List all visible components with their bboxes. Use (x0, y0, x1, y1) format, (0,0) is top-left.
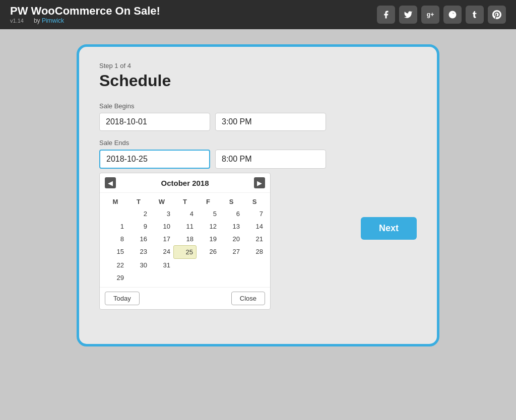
app-branding: PW WooCommerce On Sale! v1.14 by Pimwick (10, 5, 160, 24)
calendar-week-5: 22 30 31 (104, 259, 266, 271)
day-header-thu: T (173, 196, 197, 207)
day-header-fri: F (197, 196, 220, 207)
cal-empty-2 (197, 259, 220, 271)
step-label: Step 1 of 4 (99, 62, 417, 69)
sale-begins-label: Sale Begins (99, 102, 417, 110)
cal-day-12[interactable]: 12 (197, 220, 220, 233)
sale-begins-row (99, 113, 417, 131)
cal-day-31[interactable]: 31 (150, 259, 173, 271)
cal-day-27[interactable]: 27 (220, 245, 243, 259)
sale-begins-time-input[interactable] (215, 113, 326, 131)
day-header-wed: W (150, 196, 173, 207)
cal-day-1[interactable]: 1 (104, 220, 127, 233)
app-title: PW WooCommerce On Sale! (10, 5, 160, 17)
calendar-today-button[interactable]: Today (105, 292, 140, 305)
cal-empty-4 (243, 259, 266, 271)
cal-day-10[interactable]: 10 (150, 220, 173, 233)
sale-ends-time-input[interactable] (215, 150, 326, 169)
twitter-icon[interactable] (399, 6, 417, 24)
cal-empty-10 (243, 271, 266, 284)
sale-ends-date-input[interactable] (99, 150, 210, 169)
cal-day-5[interactable]: 5 (197, 207, 220, 220)
calendar-footer: Today Close (100, 287, 270, 309)
day-header-tue: T (127, 196, 150, 207)
page-title: Schedule (99, 72, 417, 90)
cal-day-2[interactable]: 2 (127, 207, 150, 220)
cal-day-26[interactable]: 26 (197, 245, 220, 259)
sale-ends-label: Sale Ends (99, 139, 417, 147)
cal-empty-7 (173, 271, 197, 284)
cal-day-29[interactable]: 29 (104, 271, 127, 284)
cal-day-28[interactable]: 28 (243, 245, 266, 259)
calendar-week-3: 8 16 17 18 19 20 21 (104, 233, 266, 245)
app-version: v1.14 (10, 18, 24, 24)
date-picker-calendar: ◀ October 2018 ▶ M T W T F S S (99, 173, 271, 310)
cal-empty-8 (197, 271, 220, 284)
cal-empty-3 (220, 259, 243, 271)
cal-day-19[interactable]: 19 (197, 233, 220, 245)
cal-day-4[interactable]: 4 (173, 207, 197, 220)
day-header-mon: M (104, 196, 127, 207)
calendar-week-1: 2 3 4 5 6 7 (104, 207, 266, 220)
cal-day-15[interactable]: 15 (104, 245, 127, 259)
app-header: PW WooCommerce On Sale! v1.14 by Pimwick… (0, 0, 516, 29)
cal-day-22[interactable]: 22 (104, 259, 127, 271)
cal-empty-6 (150, 271, 173, 284)
cal-day-14[interactable]: 14 (243, 220, 266, 233)
sale-begins-date-input[interactable] (99, 113, 210, 131)
cal-empty-9 (220, 271, 243, 284)
app-byline: by Pimwick (34, 17, 64, 24)
cal-day-21[interactable]: 21 (243, 233, 266, 245)
cal-day-20[interactable]: 20 (220, 233, 243, 245)
cal-day-3[interactable]: 3 (150, 207, 173, 220)
cal-day-11[interactable]: 11 (173, 220, 197, 233)
cal-day-13[interactable]: 13 (220, 220, 243, 233)
pinterest-icon[interactable] (488, 6, 506, 24)
sale-ends-row (99, 150, 417, 169)
cal-day-25-selected[interactable]: 25 (173, 245, 197, 259)
cal-empty-5 (127, 271, 150, 284)
social-icons-group: g+ r (377, 6, 506, 24)
cal-day-23[interactable]: 23 (127, 245, 150, 259)
cal-day-16[interactable]: 16 (127, 233, 150, 245)
cal-day-30[interactable]: 30 (127, 259, 150, 271)
tumblr-icon[interactable] (466, 6, 484, 24)
calendar-close-button[interactable]: Close (231, 292, 265, 305)
next-button-container: Next (341, 177, 417, 240)
reddit-icon[interactable]: r (443, 6, 462, 24)
calendar-and-next-row: ◀ October 2018 ▶ M T W T F S S (99, 177, 417, 310)
calendar-prev-button[interactable]: ◀ (105, 177, 116, 188)
calendar-day-headers: M T W T F S S (104, 196, 266, 207)
facebook-icon[interactable] (377, 6, 395, 24)
calendar-week-4: 15 23 24 25 26 27 28 (104, 245, 266, 259)
cal-day-6[interactable]: 6 (220, 207, 243, 220)
calendar-week-6: 29 (104, 271, 266, 284)
cal-day-9[interactable]: 9 (127, 220, 150, 233)
calendar-grid: M T W T F S S 2 3 4 5 (100, 193, 270, 287)
cal-day-7[interactable]: 7 (243, 207, 266, 220)
calendar-header: ◀ October 2018 ▶ (100, 173, 270, 193)
schedule-card: Step 1 of 4 Schedule Sale Begins Sale En… (77, 44, 439, 346)
cal-day-8[interactable]: 8 (104, 233, 127, 245)
calendar-next-button[interactable]: ▶ (254, 177, 265, 188)
calendar-week-2: 1 9 10 11 12 13 14 (104, 220, 266, 233)
cal-day-24[interactable]: 24 (150, 245, 173, 259)
googleplus-icon[interactable]: g+ (421, 6, 439, 24)
cal-day-18[interactable]: 18 (173, 233, 197, 245)
cal-empty-1 (173, 259, 197, 271)
cal-day-empty (104, 207, 127, 220)
pimwick-link[interactable]: Pimwick (42, 17, 64, 24)
cal-day-17[interactable]: 17 (150, 233, 173, 245)
main-content: Step 1 of 4 Schedule Sale Begins Sale En… (0, 29, 516, 362)
day-header-sat: S (220, 196, 243, 207)
next-button[interactable]: Next (361, 217, 417, 240)
day-header-sun: S (243, 196, 266, 207)
calendar-month-year: October 2018 (161, 179, 209, 187)
